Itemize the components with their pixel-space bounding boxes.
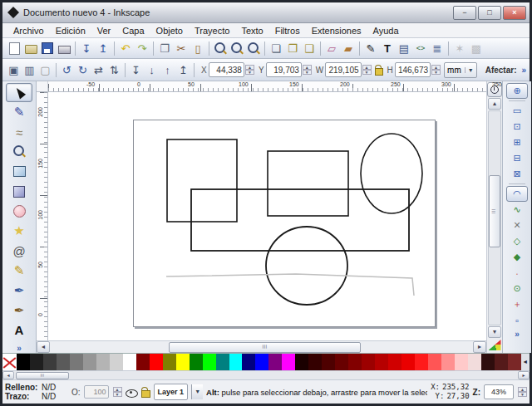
color-swatch[interactable] bbox=[43, 354, 57, 370]
select-all-icon[interactable]: ▣ bbox=[6, 62, 22, 78]
snap-bbox-midpoints-icon[interactable]: ⊟ bbox=[506, 150, 528, 166]
color-swatch[interactable] bbox=[83, 354, 96, 370]
color-swatch[interactable] bbox=[495, 354, 508, 370]
menu-capa[interactable]: Capa bbox=[116, 25, 150, 37]
color-swatch[interactable] bbox=[308, 354, 322, 370]
color-swatch[interactable] bbox=[190, 354, 203, 370]
height-field[interactable]: 146,673 bbox=[395, 62, 431, 77]
color-swatch[interactable] bbox=[282, 354, 295, 370]
snap-rotation-center-icon[interactable]: ＋ bbox=[506, 296, 528, 312]
horizontal-scroll-thumb[interactable] bbox=[169, 342, 361, 353]
color-swatch[interactable] bbox=[17, 354, 30, 370]
snap-master-toggle[interactable]: ⊕ bbox=[506, 83, 528, 99]
zoom-selection-icon[interactable] bbox=[212, 41, 229, 56]
pen-tool[interactable]: ✒ bbox=[6, 281, 32, 300]
open-document-icon[interactable] bbox=[22, 41, 39, 56]
snap-midpoints-icon[interactable]: ∙ bbox=[506, 265, 528, 281]
color-managed-view-icon[interactable] bbox=[489, 340, 501, 350]
color-swatch[interactable] bbox=[415, 354, 428, 370]
color-swatch[interactable] bbox=[322, 354, 335, 370]
stroke-value[interactable]: N/D bbox=[42, 392, 66, 401]
undo-icon[interactable]: ↶ bbox=[117, 41, 134, 56]
circle-object[interactable] bbox=[266, 227, 347, 305]
star-tool[interactable]: ★ bbox=[6, 222, 32, 241]
snap-object-centers-icon[interactable]: ⊙ bbox=[506, 281, 528, 296]
ellipse-tool[interactable] bbox=[6, 202, 32, 221]
color-swatch[interactable] bbox=[255, 354, 268, 370]
color-swatch[interactable] bbox=[136, 354, 150, 370]
zoom-tool[interactable] bbox=[6, 143, 32, 162]
copy-icon[interactable]: ❐ bbox=[156, 41, 173, 56]
ellipse-object[interactable] bbox=[361, 134, 422, 213]
color-swatch[interactable] bbox=[268, 354, 282, 370]
color-swatch[interactable] bbox=[242, 354, 255, 370]
rotate-cw-icon[interactable]: ↻ bbox=[75, 62, 91, 78]
y-spinner[interactable]: ▲▼ bbox=[303, 65, 312, 75]
vertical-scrollbar[interactable] bbox=[488, 110, 501, 325]
calligraphy-tool[interactable]: ✒ bbox=[6, 301, 32, 320]
fill-stroke-dialog-icon[interactable]: ✎ bbox=[362, 41, 379, 56]
zoom-drawing-icon[interactable] bbox=[229, 41, 245, 56]
color-swatch[interactable] bbox=[216, 354, 229, 370]
snap-bbox-icon[interactable]: ▭ bbox=[506, 103, 528, 119]
deselect-icon[interactable]: ▢ bbox=[37, 62, 53, 78]
x-spinner[interactable]: ▲▼ bbox=[245, 65, 254, 75]
scroll-right-button[interactable]: ▸ bbox=[473, 341, 486, 353]
wide-rectangle-object[interactable] bbox=[191, 189, 409, 251]
menu-extensiones[interactable]: Extensiones bbox=[306, 25, 367, 37]
color-swatch[interactable] bbox=[70, 354, 83, 370]
new-document-icon[interactable] bbox=[6, 41, 22, 56]
spiral-tool[interactable]: @ bbox=[6, 242, 32, 261]
palette-overflow-arrow[interactable]: ◄ bbox=[521, 354, 530, 370]
flip-vertical-icon[interactable]: ⇅ bbox=[106, 62, 122, 78]
snap-page-border-icon[interactable]: ▫ bbox=[506, 312, 528, 328]
color-swatch[interactable] bbox=[401, 354, 415, 370]
paste-icon[interactable]: ▯ bbox=[190, 41, 206, 56]
selector-tool[interactable] bbox=[6, 83, 32, 102]
menu-filtros[interactable]: Filtros bbox=[269, 25, 306, 37]
menu-texto[interactable]: Texto bbox=[235, 25, 268, 37]
save-document-icon[interactable] bbox=[39, 41, 56, 56]
scroll-up-button[interactable]: ▴ bbox=[488, 98, 501, 110]
color-swatch[interactable] bbox=[441, 354, 455, 370]
snap-nodes-icon[interactable]: ◠ bbox=[506, 186, 528, 202]
print-icon[interactable] bbox=[56, 41, 72, 56]
menu-ver[interactable]: Ver bbox=[91, 25, 117, 37]
color-swatch[interactable] bbox=[362, 354, 375, 370]
color-swatch[interactable] bbox=[375, 354, 388, 370]
text-tool[interactable]: A bbox=[6, 320, 32, 340]
zoom-spinner[interactable]: ▲▼ bbox=[518, 387, 527, 397]
menu-archivo[interactable]: Archivo bbox=[7, 25, 50, 37]
snap-paths-icon[interactable]: ∿ bbox=[506, 202, 528, 218]
tweak-tool[interactable]: ≈ bbox=[6, 123, 32, 142]
color-swatch[interactable] bbox=[481, 354, 495, 370]
minimize-button[interactable]: − bbox=[453, 6, 476, 20]
toolbar-overflow-button[interactable]: » bbox=[521, 66, 526, 75]
width-field[interactable]: 219,105 bbox=[325, 62, 361, 77]
color-swatch[interactable] bbox=[163, 354, 176, 370]
menu-edicion[interactable]: Edición bbox=[50, 25, 91, 37]
layer-visibility-icon[interactable] bbox=[126, 389, 138, 398]
color-swatch[interactable] bbox=[295, 354, 308, 370]
color-swatch[interactable] bbox=[229, 354, 243, 370]
palette-scroll-thumb[interactable] bbox=[16, 372, 69, 379]
snap-intersections-icon[interactable]: ✕ bbox=[506, 218, 528, 233]
palette-scroll-right-button[interactable]: ▸ bbox=[518, 371, 530, 379]
layer-lock-icon[interactable] bbox=[141, 390, 150, 398]
snap-cusp-nodes-icon[interactable]: ◇ bbox=[506, 233, 528, 249]
select-all-layers-icon[interactable]: ▥ bbox=[22, 62, 37, 78]
box3d-tool[interactable] bbox=[6, 182, 32, 201]
menu-ayuda[interactable]: Ayuda bbox=[367, 25, 405, 37]
width-spinner[interactable]: ▲▼ bbox=[362, 65, 372, 75]
ungroup-objects-icon[interactable]: ▰ bbox=[340, 41, 357, 56]
snap-smooth-nodes-icon[interactable]: ◆ bbox=[506, 249, 528, 265]
preferences-icon[interactable]: ✶ bbox=[451, 41, 468, 56]
horizontal-scrollbar[interactable]: ◂ ▸ bbox=[37, 340, 486, 353]
lower-icon[interactable]: ↓ bbox=[144, 62, 160, 78]
duplicate-icon[interactable]: ❏ bbox=[268, 41, 284, 56]
rectangle-tool[interactable] bbox=[6, 162, 32, 181]
color-swatch[interactable] bbox=[335, 354, 348, 370]
y-field[interactable]: 19,703 bbox=[266, 62, 302, 77]
color-swatch[interactable] bbox=[348, 354, 362, 370]
height-spinner[interactable]: ▲▼ bbox=[431, 65, 441, 75]
